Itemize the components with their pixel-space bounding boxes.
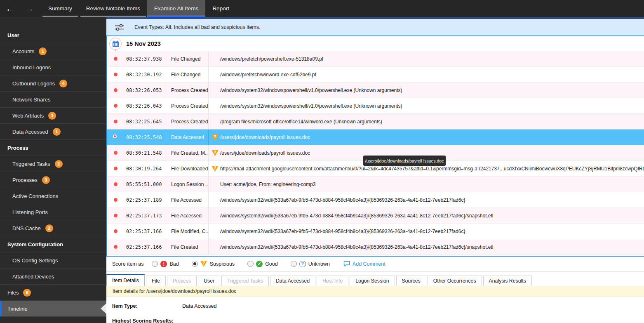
timeline-date: 15 Nov 2023 bbox=[126, 40, 161, 47]
detail-tab-item-details[interactable]: Item Details bbox=[106, 274, 145, 286]
sidebar-item-triggered-tasks[interactable]: Triggered Tasks 2 bbox=[0, 156, 106, 172]
count-badge: 1 bbox=[53, 128, 61, 136]
detail-tab-file[interactable]: File bbox=[146, 276, 166, 286]
event-time: 08:30:21.548 bbox=[126, 145, 168, 160]
selected-arrow-icon bbox=[101, 303, 106, 314]
event-path: /windows/system32/wdi/{533a67eb-9fb5-473… bbox=[220, 229, 465, 234]
detail-tab-other-occurrences[interactable]: Other Occurrences bbox=[428, 276, 482, 286]
score-option-suspicious[interactable]: ? Suspicious bbox=[192, 261, 235, 267]
detail-tab-sources[interactable]: Sources bbox=[396, 276, 426, 286]
sidebar-item-timeline[interactable]: Timeline bbox=[0, 301, 106, 317]
sidebar-item-dns-cache[interactable]: DNS Cache 2 bbox=[0, 220, 106, 236]
score-option-unknown[interactable]: ? Unknown bbox=[291, 261, 330, 267]
event-types-summary: Event Types: All. Includes all bad and s… bbox=[134, 24, 261, 30]
timeline-date-row: 15 Nov 2023 bbox=[107, 36, 644, 51]
detail-tab-logon-session[interactable]: Logon Session bbox=[350, 276, 395, 286]
radio-button bbox=[291, 261, 297, 267]
timeline-row[interactable]: 05:55:51.000 Logon Session ... User: acm… bbox=[107, 177, 644, 192]
sidebar-item-active-connections[interactable]: Active Connections bbox=[0, 188, 106, 204]
timeline-table: 15 Nov 2023 08:32:37.938 File Changed /w… bbox=[106, 36, 644, 257]
top-navigation-bar: ← → SummaryReview Notable ItemsExamine A… bbox=[0, 0, 644, 17]
sidebar-item-listening-ports[interactable]: Listening Ports bbox=[0, 204, 106, 220]
top-tab-review-notable-items[interactable]: Review Notable Items bbox=[79, 0, 147, 17]
sidebar-header-process: Process bbox=[0, 140, 106, 156]
add-comment-link[interactable]: Add Comment bbox=[343, 261, 385, 267]
timeline-row[interactable]: 08:32:25.645 Process Created /program fi… bbox=[107, 114, 644, 130]
sidebar-list: User Accounts 1 Inbound Logons Outbound … bbox=[0, 27, 106, 323]
detail-tab-host-info: Host Info bbox=[317, 276, 348, 286]
count-badge: 4 bbox=[59, 80, 67, 87]
event-time: 02:25:37.166 bbox=[126, 239, 168, 255]
timeline-row[interactable]: 02:25:37.189 File Accessed /windows/syst… bbox=[107, 192, 644, 208]
event-time: 02:25:37.189 bbox=[126, 192, 168, 207]
highest-scoring-results-label: Highest Scoring Results: bbox=[112, 318, 644, 323]
sidebar-spacer bbox=[0, 17, 106, 27]
score-option-good[interactable]: ✓ Good bbox=[247, 261, 278, 267]
count-badge: 1 bbox=[48, 112, 56, 120]
sidebar-item-processes[interactable]: Processes 3 bbox=[0, 172, 106, 188]
event-path: /windows/system32/wdi/{533a67eb-9fb5-473… bbox=[220, 213, 494, 219]
event-types-filter-bar[interactable]: Event Types: All. Includes all bad and s… bbox=[106, 19, 644, 36]
sidebar-item-accounts[interactable]: Accounts 1 bbox=[0, 43, 106, 59]
event-dot-icon bbox=[114, 120, 118, 123]
sidebar-item-sandbox-results[interactable]: Sandbox Results bbox=[0, 317, 106, 323]
sidebar-item-attached-devices[interactable]: Attached Devices bbox=[0, 269, 106, 285]
event-type: File Downloaded bbox=[168, 161, 208, 176]
timeline-row[interactable]: 08:32:37.938 File Changed /windows/prefe… bbox=[107, 51, 644, 67]
sidebar-item-os-config-settings[interactable]: OS Config Settings bbox=[0, 252, 106, 269]
event-type: File Accessed bbox=[168, 192, 208, 207]
event-type: File Created bbox=[168, 239, 208, 255]
detail-tab-analysis-results[interactable]: Analysis Results bbox=[483, 276, 532, 286]
top-tab-report[interactable]: Report bbox=[205, 0, 236, 17]
top-tab-summary[interactable]: Summary bbox=[41, 0, 79, 17]
timeline-row[interactable]: 08:32:25.548 Data Accessed ? /users/jdoe… bbox=[107, 130, 644, 145]
timeline-row[interactable]: 02:25:37.173 File Accessed /windows/syst… bbox=[107, 208, 644, 224]
timeline-row[interactable]: 08:32:26.053 Process Created /windows/sy… bbox=[107, 83, 644, 98]
top-tab-examine-all-items[interactable]: Examine All Items bbox=[147, 0, 205, 17]
event-dot-icon bbox=[114, 104, 118, 108]
sidebar-item-web-artifacts[interactable]: Web Artifacts 1 bbox=[0, 108, 106, 124]
event-time: 08:32:37.938 bbox=[126, 51, 168, 66]
sidebar-item-network-shares[interactable]: Network Shares bbox=[0, 92, 106, 108]
good-icon: ✓ bbox=[256, 261, 263, 267]
sidebar: User Accounts 1 Inbound Logons Outbound … bbox=[0, 17, 106, 323]
timeline-row[interactable]: 08:32:30.192 File Changed /windows/prefe… bbox=[107, 67, 644, 83]
top-tab-list: SummaryReview Notable ItemsExamine All I… bbox=[41, 0, 236, 17]
timeline-row[interactable]: 08:32:26.043 Process Created /windows/sy… bbox=[107, 98, 644, 114]
detail-tab-user[interactable]: User bbox=[198, 276, 220, 286]
event-path: https://mail-attachment.googleuserconten… bbox=[220, 166, 644, 172]
count-badge: 1 bbox=[39, 47, 47, 55]
timeline-row[interactable]: 02:25:37.166 File Modified, C... /window… bbox=[107, 224, 644, 239]
timeline-row[interactable]: 02:25:37.166 File Created /windows/syste… bbox=[107, 239, 644, 255]
event-type: File Changed bbox=[168, 51, 208, 66]
sidebar-item-inbound-logons[interactable]: Inbound Logons bbox=[0, 59, 106, 75]
event-path: /program files/microsoft office/office14… bbox=[220, 119, 382, 125]
score-option-bad[interactable]: ! Bad bbox=[152, 261, 179, 267]
event-type: Process Created bbox=[168, 98, 208, 113]
event-time: 08:32:26.053 bbox=[126, 83, 168, 98]
forward-arrow-icon[interactable]: → bbox=[25, 4, 34, 13]
event-dot-icon bbox=[114, 229, 118, 233]
sidebar-item-files[interactable]: Files 6 bbox=[0, 285, 106, 301]
suspicious-icon: ? bbox=[200, 261, 207, 267]
event-type: File Created, M... bbox=[168, 145, 208, 160]
unknown-icon: ? bbox=[299, 261, 306, 267]
count-badge: 3 bbox=[42, 176, 50, 184]
filter-sliders-icon[interactable] bbox=[115, 24, 125, 31]
detail-tab-data-accessed[interactable]: Data Accessed bbox=[270, 276, 315, 286]
sidebar-item-outbound-logons[interactable]: Outbound Logons 4 bbox=[0, 75, 106, 92]
event-dot-icon bbox=[114, 198, 118, 202]
score-bar: Score item as ! Bad ? Suspicious ✓ Good … bbox=[106, 257, 644, 271]
event-time: 05:55:51.000 bbox=[126, 177, 168, 192]
event-type: File Accessed bbox=[168, 208, 208, 223]
item-details-info-bar: Item details for /users/jdoe/downloads/p… bbox=[106, 286, 644, 297]
event-path: /windows/prefetch/powershell.exe-51318a0… bbox=[220, 56, 323, 62]
back-arrow-icon[interactable]: ← bbox=[6, 4, 14, 13]
main-panel: Event Types: All. Includes all bad and s… bbox=[106, 17, 644, 323]
event-path: User: acme/jdoe, From: engineering-comp3 bbox=[220, 182, 315, 187]
calendar-icon[interactable] bbox=[109, 38, 122, 50]
event-time: 02:25:37.173 bbox=[126, 208, 168, 223]
sidebar-item-data-accessed[interactable]: Data Accessed 1 bbox=[0, 124, 106, 140]
item-type-label: Item Type: bbox=[112, 303, 182, 309]
event-type: Process Created bbox=[168, 114, 208, 129]
